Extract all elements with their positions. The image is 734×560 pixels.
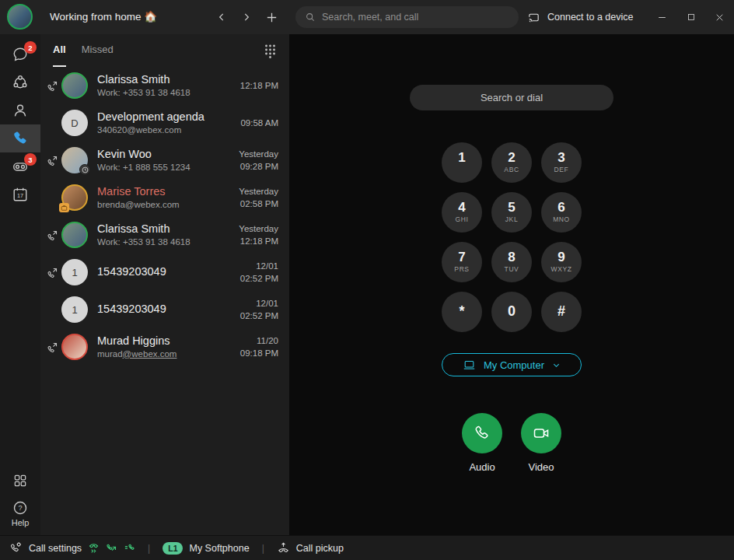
help-label: Help xyxy=(12,518,30,527)
row-text: 15439203049 xyxy=(97,303,234,316)
caller-name: 15439203049 xyxy=(97,303,234,316)
call-timestamp: 12:18 PM xyxy=(240,79,278,92)
dialpad-key-7[interactable]: 7PRS xyxy=(442,242,482,282)
dialpad-key-#[interactable]: # xyxy=(541,292,582,332)
minimize-button[interactable] xyxy=(647,0,676,34)
call-history-row[interactable]: Clarissa SmithWork: +353 91 38 461812:18… xyxy=(40,67,289,104)
top-bar: Working from home 🏠 Search, meet, and ca… xyxy=(0,0,734,34)
device-selector-label: My Computer xyxy=(484,359,544,371)
call-history-row[interactable]: DDevelopment agenda340620@webex.com09:58… xyxy=(40,104,289,142)
search-or-dial-placeholder: Search or dial xyxy=(481,92,543,103)
help-icon: ? xyxy=(12,499,29,516)
call-actions: Audio Video xyxy=(462,413,561,473)
caller-name: Murad Higgins xyxy=(97,334,234,348)
caller-name: Clarissa Smith xyxy=(97,73,234,86)
nav-sidebar: 2 xyxy=(0,34,40,535)
call-history-list: Clarissa SmithWork: +353 91 38 461812:18… xyxy=(40,67,289,535)
sidebar-item-meetings[interactable]: 17 xyxy=(0,180,40,208)
row-text: Development agenda340620@webex.com xyxy=(97,110,234,135)
dialpad-key-0[interactable]: 0 xyxy=(491,292,532,332)
call-pickup-button[interactable]: Call pickup xyxy=(277,541,344,555)
sidebar-item-help[interactable]: ? Help xyxy=(0,495,40,535)
main-area: 2 xyxy=(0,34,734,535)
avatar: 1 xyxy=(61,259,88,285)
caller-name: Development agenda xyxy=(97,110,234,124)
connect-to-device-label: Connect to a device xyxy=(547,12,634,23)
dialpad-panel: Search or dial 12ABC3DEF4GHI5JKL6MNO7PRS… xyxy=(289,34,734,535)
sidebar-item-apps[interactable] xyxy=(0,467,40,495)
outgoing-call-icon xyxy=(45,155,60,166)
dialpad-key-2[interactable]: 2ABC xyxy=(491,142,532,183)
add-button[interactable] xyxy=(261,8,281,26)
search-or-dial-input[interactable]: Search or dial xyxy=(410,85,613,110)
laptop-icon xyxy=(463,359,476,371)
tab-all[interactable]: All xyxy=(53,34,66,67)
row-text: Clarissa SmithWork: +353 91 38 4618 xyxy=(97,222,232,247)
dialpad-key-*[interactable]: * xyxy=(442,292,482,332)
keypad-toggle-icon[interactable] xyxy=(264,44,277,58)
call-timestamp: Yesterday02:58 PM xyxy=(239,185,278,210)
sidebar-item-calling[interactable] xyxy=(0,124,40,152)
call-history-row[interactable]: Marise Torresbrenda@webex.comYesterday02… xyxy=(40,179,289,216)
line-selector[interactable]: L1 My Softphone xyxy=(163,542,249,555)
sidebar-item-messaging[interactable]: 2 xyxy=(0,40,40,68)
call-history-row[interactable]: Kevin WooWork: +1 888 555 1234Yesterday0… xyxy=(40,142,289,179)
caller-name: Kevin Woo xyxy=(97,148,232,161)
profile-avatar[interactable] xyxy=(7,4,33,30)
maximize-button[interactable] xyxy=(676,0,706,34)
row-text: Clarissa SmithWork: +353 91 38 4618 xyxy=(97,73,234,98)
sidebar-item-voicemail[interactable]: 3 xyxy=(0,152,40,180)
global-search-input[interactable]: Search, meet, and call xyxy=(295,6,519,28)
tab-missed[interactable]: Missed xyxy=(82,34,114,67)
avatar xyxy=(61,72,88,99)
caller-detail: 340620@webex.com xyxy=(97,124,234,135)
webex-app-window: Working from home 🏠 Search, meet, and ca… xyxy=(0,0,734,560)
audio-call-label: Audio xyxy=(469,461,495,473)
dial-keypad: 12ABC3DEF4GHI5JKL6MNO7PRS8TUV9WXYZ*0# xyxy=(442,142,582,332)
connect-to-device-button[interactable]: Connect to a device xyxy=(527,0,634,34)
statusbar-divider: | xyxy=(148,543,150,554)
row-text: Murad Higginsmurad@webex.com xyxy=(97,334,234,359)
device-selector[interactable]: My Computer xyxy=(442,353,582,376)
minimize-icon xyxy=(657,12,667,23)
line-badge: L1 xyxy=(163,542,183,555)
voicemail-badge: 3 xyxy=(24,153,37,166)
call-timestamp: 09:58 AM xyxy=(240,117,278,129)
close-icon xyxy=(715,12,725,23)
sidebar-item-teams[interactable] xyxy=(0,68,40,96)
teams-icon xyxy=(12,74,29,91)
avatar: 1 xyxy=(61,296,88,323)
call-history-tabbar: All Missed xyxy=(40,34,289,67)
caller-name: Marise Torres xyxy=(97,185,232,198)
outgoing-call-icon xyxy=(45,267,60,278)
dialpad-key-5[interactable]: 5JKL xyxy=(491,192,532,233)
outgoing-call-icon xyxy=(45,229,60,241)
caller-name: 15439203049 xyxy=(97,265,234,278)
out-of-office-icon xyxy=(59,203,69,212)
dialpad-key-4[interactable]: 4GHI xyxy=(442,192,482,233)
phone-icon xyxy=(12,130,29,147)
apps-grid-icon xyxy=(12,473,28,488)
audio-call-button[interactable]: Audio xyxy=(462,413,502,473)
forward-button[interactable] xyxy=(236,8,257,26)
sidebar-item-contacts[interactable] xyxy=(0,96,40,124)
call-history-row[interactable]: 11543920304912/0102:52 PM xyxy=(40,254,289,291)
close-button[interactable] xyxy=(704,0,734,34)
call-pickup-label: Call pickup xyxy=(296,543,344,554)
dialpad-key-3[interactable]: 3DEF xyxy=(541,142,582,183)
call-history-row[interactable]: Murad Higginsmurad@webex.com11/2009:18 P… xyxy=(40,328,289,366)
svg-text:?: ? xyxy=(18,504,22,512)
avatar: D xyxy=(61,110,88,136)
dialpad-key-1[interactable]: 1 xyxy=(442,142,482,183)
call-history-row[interactable]: Clarissa SmithWork: +353 91 38 4618Yeste… xyxy=(40,216,289,254)
svg-text:17: 17 xyxy=(17,192,23,199)
dialpad-key-8[interactable]: 8TUV xyxy=(491,242,532,282)
call-history-row[interactable]: 11543920304912/0102:52 PM xyxy=(40,291,289,328)
search-icon xyxy=(305,12,316,23)
back-button[interactable] xyxy=(211,8,232,26)
dialpad-key-6[interactable]: 6MNO xyxy=(541,192,582,233)
dialpad-key-9[interactable]: 9WXYZ xyxy=(541,242,582,282)
call-settings-button[interactable]: Call settings xyxy=(9,541,82,555)
video-call-button[interactable]: Video xyxy=(521,413,561,473)
maximize-icon xyxy=(687,12,696,22)
